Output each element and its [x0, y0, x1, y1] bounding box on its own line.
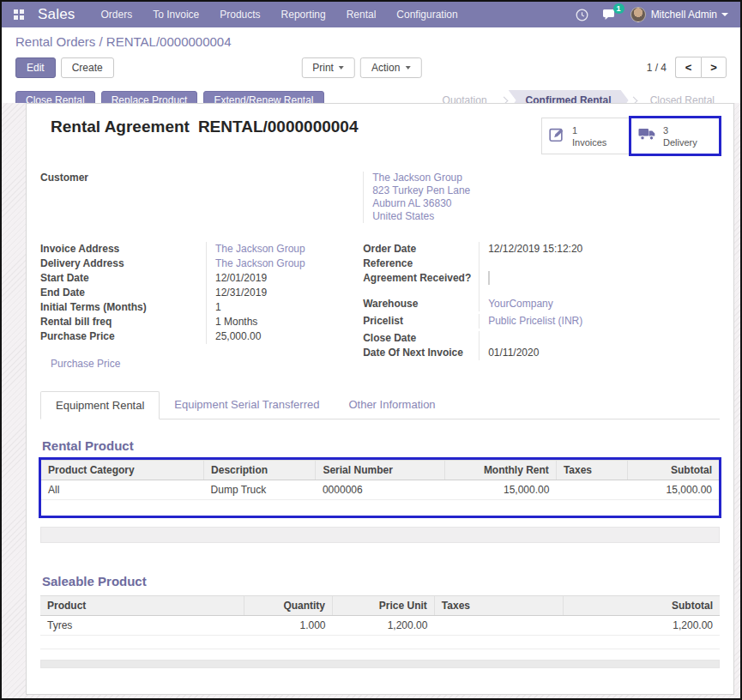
print-dropdown[interactable]: Print [301, 57, 355, 78]
app-brand[interactable]: Sales [38, 6, 75, 23]
tab-equipment-serial-transferred[interactable]: Equipment Serial Transferred [160, 391, 334, 419]
column-header[interactable]: Quantity [244, 595, 333, 615]
order-date-value: 12/12/2019 15:12:20 [479, 242, 711, 256]
field-label: Invoice Address [40, 242, 206, 255]
column-header[interactable]: Subtotal [564, 595, 720, 615]
untaxed-amount-label: Untaxed Amount: [462, 692, 634, 696]
pager-count: 1 / 4 [647, 62, 667, 74]
table-row[interactable]: All Dump Truck 0000006 15,000.00 15,000.… [41, 480, 719, 500]
user-avatar [630, 7, 646, 22]
rental-product-highlight-box: Product Category Description Serial Numb… [41, 460, 719, 516]
purchase-price-button[interactable]: Purchase Price [51, 358, 120, 370]
cell-serial-number: 0000006 [316, 480, 444, 500]
field-label: Rental bill freq [40, 315, 206, 328]
cell-taxes [434, 615, 563, 635]
column-header[interactable]: Product Category [41, 461, 204, 480]
placeholder-strip [40, 527, 720, 543]
field-label: Start Date [40, 271, 206, 284]
menu-reporting[interactable]: Reporting [281, 9, 326, 21]
action-dropdown[interactable]: Action [360, 57, 421, 78]
menu-products[interactable]: Products [220, 9, 260, 21]
column-header[interactable]: Taxes [556, 461, 627, 480]
delivery-label: Delivery [663, 137, 697, 148]
customer-street[interactable]: 823 Turkey Pen Lane [372, 184, 720, 197]
invoices-stat-button[interactable]: 1 Invoices [541, 118, 630, 154]
apps-grid-icon[interactable] [14, 9, 24, 20]
start-date-value: 12/01/2019 [206, 271, 363, 286]
breadcrumb[interactable]: Rental Orders / RENTAL/0000000004 [15, 34, 727, 49]
invoices-label: Invoices [572, 137, 606, 148]
top-navbar: Sales Orders To Invoice Products Reporti… [2, 2, 740, 27]
user-name: Mitchell Admin [651, 9, 717, 21]
left-field-group: Invoice AddressThe Jackson Group Deliver… [40, 242, 363, 371]
close-date-value [479, 331, 711, 346]
column-header[interactable]: Description [204, 461, 316, 480]
cell-product-category: All [41, 480, 204, 500]
initial-terms-value: 1 [206, 300, 363, 315]
customer-section: Customer The Jackson Group 823 Turkey Pe… [40, 172, 720, 223]
cell-subtotal: 1,200.00 [564, 615, 720, 635]
warehouse-value[interactable]: YourCompany [479, 297, 711, 311]
title-row: Rental AgreementRENTAL/0000000004 1 Invo… [40, 118, 720, 154]
column-header[interactable]: Monthly Rent [444, 461, 556, 480]
empty-row [40, 635, 720, 649]
menu-rental[interactable]: Rental [347, 9, 377, 21]
notebook-tabs: Equipment Rental Equipment Serial Transf… [40, 391, 720, 419]
saleable-product-title: Saleable Product [42, 574, 720, 588]
create-button[interactable]: Create [61, 57, 114, 78]
cell-price-unit: 1,200.00 [333, 615, 435, 635]
field-label: Initial Terms (Months) [40, 300, 206, 313]
column-header[interactable]: Taxes [434, 595, 563, 615]
field-groups: Invoice AddressThe Jackson Group Deliver… [40, 242, 720, 371]
menu-configuration[interactable]: Configuration [396, 9, 457, 21]
column-header[interactable]: Serial Number [316, 461, 444, 480]
message-count-badge: 1 [613, 3, 624, 14]
column-header[interactable]: Subtotal [627, 461, 719, 480]
customer-country[interactable]: United States [372, 210, 720, 223]
navbar-right: 1 Mitchell Admin [576, 7, 728, 22]
column-header[interactable]: Price Unit [333, 595, 435, 615]
pager-previous-button[interactable]: < [675, 57, 701, 78]
field-label: Agreement Received? [363, 271, 479, 284]
delivery-address-value[interactable]: The Jackson Group [206, 256, 363, 271]
field-label: End Date [40, 286, 206, 299]
column-header[interactable]: Product [40, 595, 244, 615]
pricelist-value[interactable]: Public Pricelist (INR) [479, 314, 711, 329]
table-row[interactable]: Tyres 1.000 1,200.00 1,200.00 [40, 615, 720, 635]
activities-clock-icon[interactable] [576, 9, 588, 21]
rental-bill-freq-value: 1 Months [206, 315, 363, 329]
app-window: Sales Orders To Invoice Products Reporti… [0, 0, 742, 700]
field-label: Reference [363, 256, 479, 269]
main-menu: Orders To Invoice Products Reporting Ren… [101, 9, 458, 21]
pager-next-button[interactable]: > [701, 57, 727, 78]
menu-to-invoice[interactable]: To Invoice [153, 9, 199, 21]
user-menu[interactable]: Mitchell Admin [630, 7, 728, 22]
tab-equipment-rental[interactable]: Equipment Rental [40, 391, 160, 419]
cell-taxes [556, 480, 627, 500]
pencil-square-icon [549, 126, 565, 146]
pager: 1 / 4 < > [647, 57, 727, 78]
control-panel-buttons: Edit Create Print Action 1 / 4 < > [15, 57, 727, 86]
end-date-value: 12/31/2019 [206, 286, 363, 300]
caret-down-icon [721, 13, 728, 16]
menu-orders[interactable]: Orders [101, 9, 133, 21]
tab-other-information[interactable]: Other Information [334, 391, 449, 419]
rental-product-title: Rental Product [42, 438, 720, 453]
field-label: Warehouse [363, 297, 479, 310]
delivery-count: 3 [663, 125, 697, 136]
field-label: Close Date [363, 331, 479, 344]
field-label: Purchase Price [40, 329, 206, 342]
cell-description: Dump Truck [204, 480, 316, 500]
agreement-received-checkbox[interactable] [488, 271, 490, 285]
truck-icon [638, 127, 656, 145]
delivery-stat-button[interactable]: 3 Delivery [630, 118, 720, 154]
totals-block: Untaxed Amount: 16,200.00 Taxes: 0.00 To… [462, 691, 720, 696]
customer-address: The Jackson Group 823 Turkey Pen Lane Au… [363, 172, 720, 223]
customer-name-link[interactable]: The Jackson Group [372, 172, 720, 184]
customer-city[interactable]: Auburn AL 36830 [372, 197, 720, 210]
edit-button[interactable]: Edit [15, 57, 56, 78]
form-sheet: Rental AgreementRENTAL/0000000004 1 Invo… [26, 103, 734, 695]
invoice-address-value[interactable]: The Jackson Group [206, 242, 363, 256]
cell-subtotal: 15,000.00 [627, 480, 719, 500]
messages-chat-icon[interactable]: 1 [602, 9, 617, 21]
